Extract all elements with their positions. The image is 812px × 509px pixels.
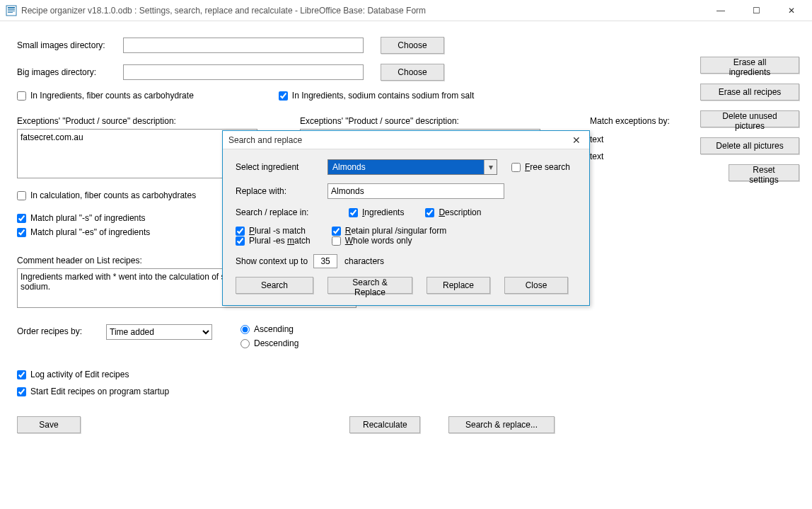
erase-recipes-button[interactable]: Erase all recipes [700,84,799,101]
fiber-carb-ingredients-checkbox[interactable]: In Ingredients, fiber counts as carbohyd… [17,91,194,101]
titlebar: Recipe organizer v18.1.0.odb : Settings,… [0,0,812,21]
select-ingredient-combo[interactable]: Almonds ▾ [327,159,497,175]
delete-all-pictures-button[interactable]: Delete all pictures [700,137,799,154]
small-images-label: Small images directory: [17,40,123,50]
choose-big-button[interactable]: Choose [381,64,444,81]
search-replace-dialog: Search and replace ✕ Select ingredient A… [222,130,590,306]
description-checkbox[interactable]: Description [425,207,481,217]
whole-words-checkbox[interactable]: Whole words only [332,236,446,246]
order-by-label: Order recipes by: [17,324,106,336]
dialog-title: Search and replace [228,135,569,145]
match-exceptions-label: Match exceptions by: [590,116,670,126]
match-option-1: text [590,135,670,144]
save-button[interactable]: Save [17,416,81,433]
plural-es-checkbox[interactable]: Plural -es match [236,236,311,246]
search-replace-open-button[interactable]: Search & replace... [448,416,555,433]
dialog-replace-button[interactable]: Replace [427,277,490,294]
delete-unused-pictures-button[interactable]: Delete unused pictures [700,110,799,127]
erase-ingredients-button[interactable]: Erase all ingredients [700,57,799,74]
context-post-label: characters [344,256,384,266]
big-images-input[interactable] [123,64,364,80]
close-window-button[interactable]: ✕ [781,6,802,16]
svg-rect-3 [8,11,15,11]
ascending-radio[interactable]: Ascending [240,324,298,334]
log-activity-checkbox[interactable]: Log activity of Edit recipes [17,370,798,379]
window-buttons: — ☐ ✕ [710,6,806,16]
replace-with-input[interactable] [327,183,504,199]
chevron-down-icon[interactable]: ▾ [484,160,497,174]
free-search-checkbox[interactable]: Free search [511,162,570,172]
svg-rect-2 [8,9,15,10]
maximize-button[interactable]: ☐ [746,6,767,16]
exceptions-left-label: Exceptions' "Product / source" descripti… [17,116,257,126]
retain-plural-checkbox[interactable]: Retain plural /singular form [332,226,446,236]
choose-small-button[interactable]: Choose [381,37,444,54]
order-by-select[interactable]: Time added [106,324,212,340]
sidebar-buttons: Erase all ingredients Erase all recipes … [700,57,799,181]
dialog-close-icon[interactable]: ✕ [569,135,584,146]
descending-radio[interactable]: Descending [240,338,298,348]
big-images-label: Big images directory: [17,67,123,77]
app-icon [6,5,17,16]
svg-rect-4 [8,12,13,13]
search-replace-in-label: Search / replace in: [236,207,327,217]
recalculate-button[interactable]: Recalculate [349,416,420,433]
context-chars-input[interactable] [313,254,337,268]
start-on-startup-checkbox[interactable]: Start Edit recipes on program startup [17,387,798,396]
exceptions-right-label: Exceptions' "Product / source" descripti… [300,116,540,126]
replace-with-label: Replace with: [236,186,327,196]
ingredients-checkbox[interactable]: Ingredients [349,207,404,217]
context-pre-label: Show context up to [236,256,308,266]
dialog-search-button[interactable]: Search [236,277,313,294]
small-images-input[interactable] [123,38,364,53]
dialog-search-replace-button[interactable]: Search & Replace [327,277,412,294]
match-option-2: text [590,151,670,161]
plural-s-checkbox[interactable]: Plural -s match [236,226,311,236]
minimize-button[interactable]: — [710,6,731,16]
svg-rect-1 [8,7,15,8]
select-ingredient-label: Select ingredient [236,162,327,172]
window-title: Recipe organizer v18.1.0.odb : Settings,… [21,6,710,16]
dialog-close-button[interactable]: Close [504,277,568,294]
reset-settings-button[interactable]: Reset settings [729,164,799,181]
exceptions-left-input[interactable]: fatsecret.com.au [17,129,257,178]
sodium-from-salt-checkbox[interactable]: In Ingredients, sodium contains sodium f… [279,91,474,101]
